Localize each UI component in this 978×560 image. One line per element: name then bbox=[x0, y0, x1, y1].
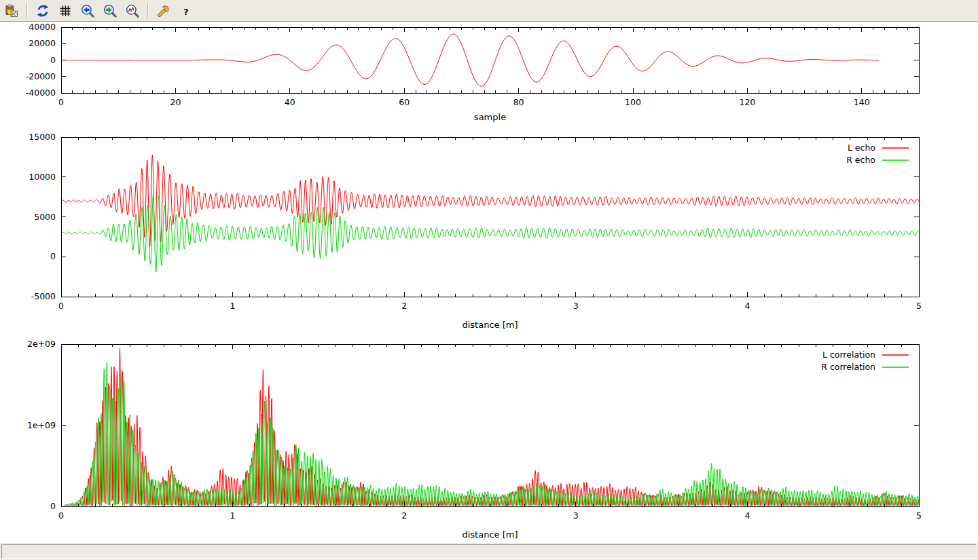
legend-label: R correlation bbox=[821, 362, 875, 372]
toolbar-separator bbox=[26, 3, 28, 18]
y-tick-label: 1e+09 bbox=[27, 420, 56, 430]
x-tick-label: 4 bbox=[744, 301, 750, 311]
x-tick-label: 140 bbox=[854, 97, 870, 107]
tick-labels: 020406080100120140-40000-200000200004000… bbox=[26, 22, 870, 107]
zoom-previous-icon bbox=[81, 4, 94, 18]
legend-label: L echo bbox=[848, 143, 875, 153]
x-axis-label: distance [m] bbox=[462, 320, 518, 330]
toolbar-button-zoom-next[interactable] bbox=[101, 2, 119, 20]
chart-1: 020406080100120140-40000-200000200004000… bbox=[26, 22, 919, 122]
series-r-correlation-line bbox=[65, 362, 919, 506]
y-tick-label: -20000 bbox=[26, 71, 56, 81]
x-tick-label: 40 bbox=[285, 97, 295, 107]
y-tick-label: -5000 bbox=[31, 291, 56, 301]
x-tick-label: 1 bbox=[230, 301, 236, 311]
y-tick-label: 2e+09 bbox=[27, 339, 56, 349]
toolbar-button-configure[interactable] bbox=[155, 2, 173, 20]
y-tick-label: 0 bbox=[50, 501, 56, 511]
plot-canvas[interactable]: 020406080100120140-40000-200000200004000… bbox=[0, 22, 978, 543]
toolbar-separator bbox=[147, 3, 149, 18]
x-tick-label: 2 bbox=[401, 510, 407, 521]
x-tick-label: 120 bbox=[739, 97, 755, 107]
x-tick-label: 1 bbox=[230, 510, 236, 521]
y-tick-label: 0 bbox=[50, 55, 56, 65]
x-tick-label: 100 bbox=[625, 97, 641, 107]
series-group bbox=[61, 34, 879, 86]
series-l-correlation-line bbox=[65, 348, 919, 506]
legend-label: L correlation bbox=[822, 350, 875, 360]
series-r-echo-line bbox=[61, 195, 919, 273]
plot-border bbox=[61, 137, 919, 297]
tick-labels: 012345-5000050001000015000 bbox=[29, 132, 922, 311]
toolbar: ? bbox=[0, 0, 978, 22]
x-tick-label: 0 bbox=[58, 301, 64, 311]
charts-svg: 020406080100120140-40000-200000200004000… bbox=[0, 22, 978, 543]
series-group bbox=[61, 155, 919, 272]
axis-ticks bbox=[61, 137, 919, 297]
y-tick-label: 15000 bbox=[29, 132, 56, 142]
x-tick-label: 3 bbox=[573, 510, 579, 521]
zoom-next-icon bbox=[103, 4, 117, 18]
svg-text:?: ? bbox=[183, 7, 188, 17]
toolbar-button-help[interactable]: ? bbox=[177, 2, 195, 20]
tick-labels: 01234501e+092e+09 bbox=[27, 339, 922, 521]
status-bar-container bbox=[0, 543, 978, 560]
x-tick-label: 2 bbox=[401, 301, 407, 311]
chart-3: 01234501e+092e+09distance [m]L correlati… bbox=[27, 339, 922, 540]
series-pulse-line bbox=[61, 34, 879, 86]
x-tick-label: 5 bbox=[916, 301, 922, 311]
status-bar bbox=[1, 544, 977, 559]
gnuplot-window: ? 020406080100120140-40000-2000002000040… bbox=[0, 0, 978, 560]
legend: L correlationR correlation bbox=[821, 350, 909, 372]
toolbar-button-zoom-previous[interactable] bbox=[79, 2, 96, 20]
x-tick-label: 5 bbox=[916, 510, 922, 521]
toolbar-button-toggle-grid[interactable] bbox=[56, 2, 74, 20]
legend: L echoR echo bbox=[846, 143, 909, 165]
x-tick-label: 0 bbox=[58, 510, 64, 521]
y-tick-label: 5000 bbox=[34, 212, 56, 222]
grid-icon bbox=[58, 4, 72, 18]
chart-2: 012345-5000050001000015000distance [m]L … bbox=[29, 132, 922, 330]
x-tick-label: 4 bbox=[744, 510, 750, 521]
y-tick-label: 10000 bbox=[29, 172, 56, 182]
x-tick-label: 60 bbox=[399, 97, 410, 107]
x-axis-label: distance [m] bbox=[462, 529, 518, 540]
replot-icon bbox=[36, 4, 50, 18]
toolbar-button-autoscale[interactable] bbox=[124, 2, 141, 20]
help-icon: ? bbox=[179, 4, 193, 18]
y-tick-label: 0 bbox=[50, 251, 56, 261]
x-tick-label: 80 bbox=[513, 97, 524, 107]
y-tick-label: -40000 bbox=[26, 88, 56, 98]
legend-label: R echo bbox=[846, 155, 875, 165]
x-tick-label: 0 bbox=[58, 97, 64, 107]
series-group bbox=[65, 348, 919, 506]
wrench-icon bbox=[157, 4, 170, 18]
x-tick-label: 20 bbox=[170, 97, 181, 107]
plot-border bbox=[61, 344, 919, 506]
x-axis-label: sample bbox=[474, 112, 506, 122]
zoom-autoscale-icon bbox=[126, 4, 139, 18]
y-tick-label: 20000 bbox=[29, 38, 56, 48]
y-tick-label: 40000 bbox=[29, 22, 56, 32]
axis-ticks bbox=[61, 344, 919, 506]
clipboard-chart-icon bbox=[5, 4, 18, 18]
x-tick-label: 3 bbox=[573, 301, 579, 311]
toolbar-button-replot[interactable] bbox=[34, 2, 52, 20]
toolbar-button-copy-to-clipboard[interactable] bbox=[3, 2, 20, 20]
